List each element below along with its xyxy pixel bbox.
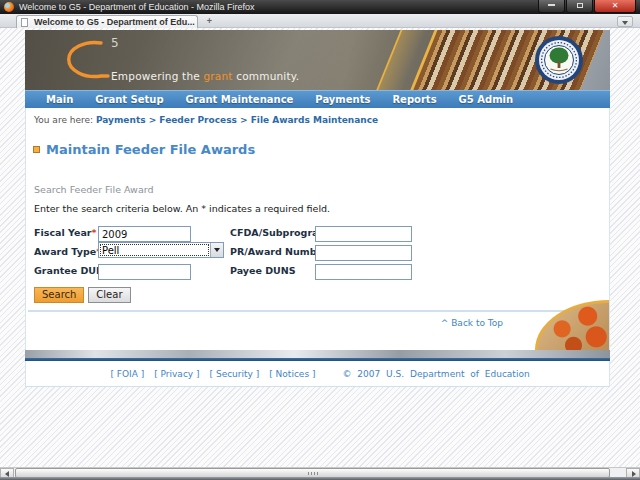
award-type-selected-value: Pell xyxy=(100,244,209,256)
back-to-top-link[interactable]: ^ Back to Top xyxy=(441,318,503,328)
page-column: 5 Empowering the grant community. Main G… xyxy=(25,30,610,387)
tab-strip: Welcome to G5 - Department of Edu... + xyxy=(0,14,640,28)
classroom-chairs-image xyxy=(535,300,609,350)
restore-icon xyxy=(577,3,583,8)
payee-duns-label: Payee DUNS xyxy=(230,265,315,276)
restore-button[interactable] xyxy=(566,0,593,13)
page-title-row: Maintain Feeder File Awards xyxy=(33,142,609,157)
cfda-subprogram-input[interactable] xyxy=(315,226,412,242)
content-area: You are here: Payments > Feeder Process … xyxy=(25,108,610,350)
window-title: Welcome to G5 - Department of Education … xyxy=(19,2,254,12)
pr-award-number-label: PR/Award Number xyxy=(230,246,315,257)
tab-welcome-g5[interactable]: Welcome to G5 - Department of Edu... xyxy=(16,15,198,28)
breadcrumb-feeder-process[interactable]: Feeder Process xyxy=(159,115,236,125)
page-viewport: 5 Empowering the grant community. Main G… xyxy=(0,28,640,467)
fiscal-year-input[interactable] xyxy=(98,226,191,242)
close-button[interactable]: ✕ xyxy=(594,0,636,13)
scrollbar-gripper xyxy=(308,472,318,475)
pr-award-number-input[interactable] xyxy=(315,245,412,261)
clear-button[interactable]: Clear xyxy=(88,287,130,303)
nav-reports[interactable]: Reports xyxy=(381,94,447,105)
footer-link-privacy[interactable]: [ Privacy ] xyxy=(154,369,199,379)
minimize-button[interactable] xyxy=(538,0,565,13)
search-instructions: Enter the search criteria below. An * in… xyxy=(34,203,609,214)
g5-logo-icon xyxy=(51,36,113,84)
firefox-icon xyxy=(4,2,14,12)
nav-grant-setup[interactable]: Grant Setup xyxy=(84,94,174,105)
chevron-down-icon xyxy=(622,21,628,25)
page-icon xyxy=(21,18,28,27)
tab-title: Welcome to G5 - Department of Edu... xyxy=(34,17,195,27)
button-row: Search Clear xyxy=(34,287,609,303)
g5-banner: 5 Empowering the grant community. xyxy=(25,30,610,90)
list-all-tabs-button[interactable] xyxy=(617,16,633,27)
department-of-education-seal-icon xyxy=(534,35,584,85)
nav-grant-maintenance[interactable]: Grant Maintenance xyxy=(175,94,305,105)
banner-tagline: Empowering the grant community. xyxy=(111,70,299,82)
required-asterisk: * xyxy=(92,227,97,238)
minimize-icon xyxy=(548,4,555,6)
grantee-duns-input[interactable] xyxy=(98,264,191,280)
new-tab-button[interactable]: + xyxy=(202,17,217,27)
close-icon: ✕ xyxy=(612,1,619,10)
nav-main[interactable]: Main xyxy=(35,94,84,105)
breadcrumb: You are here: Payments > Feeder Process … xyxy=(26,108,609,125)
title-bullet-icon xyxy=(33,146,40,153)
page-title: Maintain Feeder File Awards xyxy=(46,142,255,157)
horizontal-scrollbar[interactable] xyxy=(0,467,640,477)
window-controls: ✕ xyxy=(537,0,636,13)
footer: [ FOIA ] [ Privacy ] [ Security ] [ Noti… xyxy=(25,361,610,387)
footer-link-security[interactable]: [ Security ] xyxy=(210,369,260,379)
footer-link-notices[interactable]: [ Notices ] xyxy=(269,369,315,379)
footer-link-foia[interactable]: [ FOIA ] xyxy=(110,369,144,379)
nav-g5-admin[interactable]: G5 Admin xyxy=(448,94,525,105)
nav-payments[interactable]: Payments xyxy=(304,94,381,105)
fiscal-year-label: Fiscal Year* xyxy=(34,227,98,238)
breadcrumb-file-awards-maintenance[interactable]: File Awards Maintenance xyxy=(251,115,379,125)
cfda-subprogram-label: CFDA/Subprogram* xyxy=(230,227,315,238)
breadcrumb-payments[interactable]: Payments xyxy=(96,115,146,125)
main-nav: Main Grant Setup Grant Maintenance Payme… xyxy=(25,90,610,108)
metallic-footer-bar xyxy=(25,350,610,358)
search-button[interactable]: Search xyxy=(34,287,84,303)
divider xyxy=(28,310,607,312)
award-type-label: Award Type* xyxy=(34,246,98,257)
dropdown-arrow-button[interactable] xyxy=(210,243,223,257)
award-type-select[interactable]: Pell xyxy=(98,242,224,258)
breadcrumb-prefix: You are here: xyxy=(34,115,96,125)
chevron-down-icon xyxy=(214,248,220,252)
g5-logo-sup: 5 xyxy=(111,36,119,50)
section-title: Search Feeder File Award xyxy=(34,184,609,195)
search-form: Fiscal Year* CFDA/Subprogram* Award Type… xyxy=(34,223,609,280)
payee-duns-input[interactable] xyxy=(315,264,412,280)
copyright-text: © 2007 U.S. Department of Education xyxy=(342,369,529,379)
grantee-duns-label: Grantee DUNS xyxy=(34,265,98,276)
